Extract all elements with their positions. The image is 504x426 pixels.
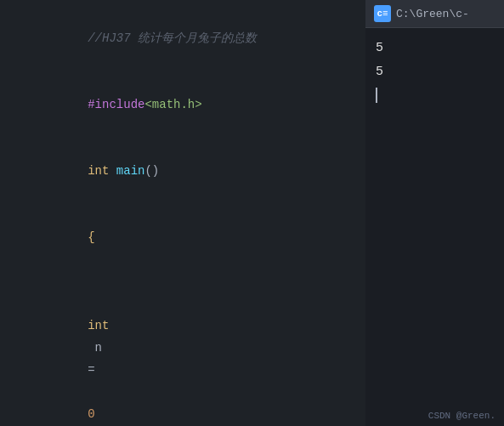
type-token: int [88,164,109,178]
code-line: //HJ37 统计每个月兔子的总数 [0,5,365,71]
terminal-header: c≡ C:\Green\c- [365,0,504,28]
code-container: //HJ37 统计每个月兔子的总数 #include<math.h> int m… [0,0,365,426]
func-token: main [116,164,145,178]
operator-token: = [88,363,94,377]
line-content: int main() [31,138,365,204]
line-content: #include<math.h> [31,71,365,138]
include-path-token: <math.h> [144,98,201,111]
terminal-footer-text: CSDN @Green. [428,411,496,421]
code-line: { [0,204,365,270]
code-line: #include<math.h> [0,71,365,138]
preprocessor-token: #include [88,98,144,111]
code-line: int main() [0,138,365,204]
terminal-title: C:\Green\c- [396,8,469,20]
line-content: int n = 0 ; [31,270,365,426]
type-token: int [88,319,109,332]
terminal-footer: CSDN @Green. [365,406,504,426]
comment-token: //HJ37 统计每个月兔子的总数 [88,31,257,45]
var-token: n [88,341,109,355]
number-token: 0 [88,407,94,421]
terminal-panel: c≡ C:\Green\c- 5 5 CSDN @Green. [365,0,504,426]
terminal-icon: c≡ [374,5,391,22]
terminal-body: 5 5 [365,28,504,406]
var-token [88,385,94,399]
var-token [109,164,116,178]
line-content: //HJ37 统计每个月兔子的总数 [31,5,365,71]
terminal-cursor-line [376,84,494,108]
terminal-output-line: 5 [376,37,494,60]
bracket-token: { [88,230,94,244]
code-line: int n = 0 ; [0,270,365,426]
paren-token: () [144,164,159,178]
terminal-icon-text: c≡ [377,9,388,19]
terminal-cursor [376,88,377,103]
terminal-output-line: 5 [376,60,494,84]
editor-panel: //HJ37 统计每个月兔子的总数 #include<math.h> int m… [0,0,365,426]
line-content: { [31,204,365,270]
